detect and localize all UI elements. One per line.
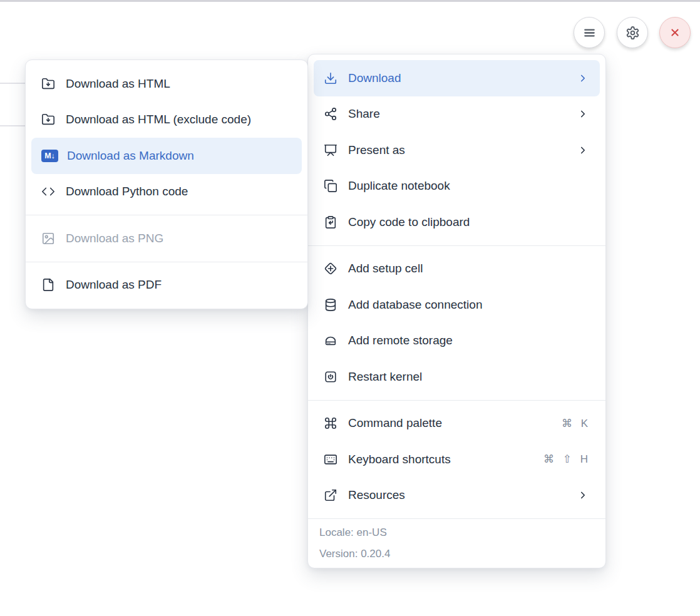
menu-item-label: Download as PNG <box>66 232 163 245</box>
menu-separator <box>308 245 605 246</box>
menu-item-label: Duplicate notebook <box>348 179 450 193</box>
database-icon <box>324 298 337 312</box>
menu-item-label: Download as Markdown <box>67 149 194 163</box>
menu-separator <box>26 262 307 262</box>
file-icon <box>41 278 55 292</box>
diamond-plus-icon <box>324 262 337 275</box>
menu-item-label: Add setup cell <box>348 262 423 275</box>
submenu-item-download-html[interactable]: Download as HTML <box>31 66 302 102</box>
shortcut-hint: ⌘ ⇧ H <box>543 453 589 466</box>
chevron-right-icon <box>577 490 589 501</box>
menu-item-label: Download as PDF <box>66 278 162 292</box>
menu-item-add-remote-storage[interactable]: Add remote storage <box>314 323 600 359</box>
chevron-right-icon <box>577 108 589 120</box>
close-icon <box>668 26 682 39</box>
menu-item-add-database-connection[interactable]: Add database connection <box>314 287 600 323</box>
submenu-item-download-html-exclude-code[interactable]: Download as HTML (exclude code) <box>31 102 302 138</box>
menu-item-label: Add database connection <box>348 298 482 312</box>
hamburger-icon <box>582 26 597 40</box>
menu-item-label: Present as <box>348 143 405 157</box>
download-icon <box>324 71 337 85</box>
keyboard-icon <box>324 453 337 466</box>
copy-icon <box>324 179 337 193</box>
menu-item-label: Download as HTML (exclude code) <box>66 113 251 126</box>
menu-separator <box>26 215 307 215</box>
submenu-item-download-python-code[interactable]: Download Python code <box>31 174 302 210</box>
download-submenu: Download as HTML Download as HTML (exclu… <box>25 59 308 309</box>
menu-separator <box>308 400 605 401</box>
menu-item-label: Resources <box>348 488 405 502</box>
menu-item-add-setup-cell[interactable]: Add setup cell <box>314 251 600 287</box>
hard-drive-icon <box>324 334 337 347</box>
menu-item-restart-kernel[interactable]: Restart kernel <box>314 359 600 395</box>
submenu-item-download-markdown[interactable]: M↓ Download as Markdown <box>31 138 302 174</box>
menu-item-share[interactable]: Share <box>314 96 600 133</box>
background-page-line <box>0 125 26 126</box>
menu-item-label: Download as HTML <box>66 77 170 91</box>
menu-item-label: Copy code to clipboard <box>348 215 470 229</box>
close-button[interactable] <box>659 17 691 48</box>
settings-button[interactable] <box>617 17 648 48</box>
presentation-icon <box>324 143 337 157</box>
folder-down-icon <box>41 77 55 91</box>
menu-item-label: Command palette <box>348 416 442 430</box>
notebook-menu: Download Share Present as Duplicate note… <box>307 54 606 568</box>
folder-down-icon <box>41 113 55 126</box>
menu-item-command-palette[interactable]: Command palette ⌘ K <box>314 406 600 442</box>
markdown-icon: M↓ <box>41 149 58 163</box>
chevron-right-icon <box>577 73 589 84</box>
clipboard-copy-icon <box>324 215 337 229</box>
menu-item-keyboard-shortcuts[interactable]: Keyboard shortcuts ⌘ ⇧ H <box>314 441 600 478</box>
version-text: Version: 0.20.4 <box>319 546 594 562</box>
menu-item-label: Keyboard shortcuts <box>348 453 451 466</box>
menu-item-label: Add remote storage <box>348 334 453 347</box>
menu-item-resources[interactable]: Resources <box>314 478 600 514</box>
menu-item-download[interactable]: Download <box>314 60 600 96</box>
menu-footer: Locale: en-US Version: 0.20.4 <box>308 518 605 562</box>
menu-item-present-as[interactable]: Present as <box>314 132 600 168</box>
window-top-edge <box>0 0 700 2</box>
shortcut-hint: ⌘ K <box>562 417 589 430</box>
background-page-line <box>0 83 26 84</box>
menu-item-label: Share <box>348 107 380 121</box>
submenu-item-download-pdf[interactable]: Download as PDF <box>31 267 302 304</box>
code-icon <box>41 185 55 198</box>
markdown-badge: M↓ <box>41 150 58 162</box>
chevron-right-icon <box>577 145 589 156</box>
menu-item-label: Download Python code <box>66 185 188 198</box>
image-icon <box>41 232 55 245</box>
submenu-item-download-png: Download as PNG <box>31 220 302 257</box>
menu-item-label: Download <box>348 71 401 85</box>
menu-item-label: Restart kernel <box>348 370 422 384</box>
external-link-icon <box>324 488 337 502</box>
notebook-menu-button[interactable] <box>574 17 605 48</box>
power-icon <box>324 370 337 384</box>
command-icon <box>324 416 337 430</box>
menu-item-duplicate-notebook[interactable]: Duplicate notebook <box>314 168 600 205</box>
menu-item-copy-code[interactable]: Copy code to clipboard <box>314 204 600 240</box>
gear-icon <box>625 26 640 40</box>
locale-text: Locale: en-US <box>319 525 594 541</box>
share-icon <box>324 107 337 121</box>
